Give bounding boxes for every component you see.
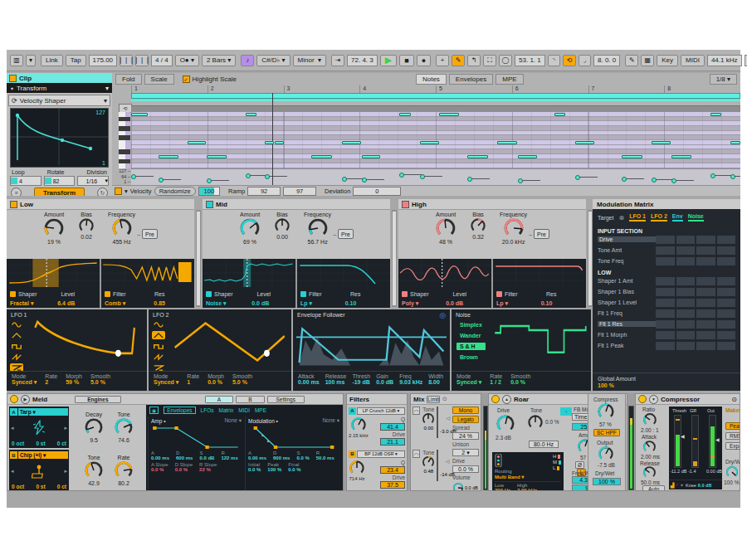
overdub-plus-icon[interactable]: + [436,55,449,66]
engine-prev-arrow[interactable]: ◂ [11,425,14,431]
matrix-cell[interactable] [656,257,675,265]
matrix-source-lfo1[interactable]: LFO 1 [629,213,646,222]
matrix-cell[interactable] [717,299,736,307]
matrix-cell[interactable] [656,309,675,318]
midi-note[interactable] [246,113,256,116]
param-smooth[interactable]: Smooth5.0 % [90,373,110,389]
time-signature-field[interactable]: 4 / 4 [151,55,173,66]
param-attack[interactable]: Attack0.00 ms [298,373,320,389]
metronome-button[interactable]: O● ▾ [175,55,199,66]
note-grid[interactable] [131,112,740,168]
nudge-up-icon[interactable]: ❘❘❘ [135,55,149,66]
session-record-icon[interactable]: ⛶ [483,55,496,66]
matrix-cell[interactable] [717,288,736,296]
matrix-cell[interactable] [656,277,675,285]
knob-dial[interactable] [114,417,134,437]
knob-tone[interactable]: Tone42.9 [84,455,104,486]
matrix-row-label[interactable]: Shaper 1 Amt [598,278,656,284]
loop-brace[interactable] [131,93,740,99]
param-freq[interactable]: Freq9.03 kHz [399,373,422,389]
engine-type-menu[interactable]: Chip (+I) ▾ [18,451,68,459]
filter-type-menu[interactable]: BP 12dB OSR ▾ [357,450,405,458]
preview-icon[interactable]: ▶ [21,395,30,404]
midi-note[interactable] [622,155,642,158]
sc-hpf-button[interactable]: SC HPF [593,429,620,436]
velocity-marker[interactable] [730,174,735,179]
level-value[interactable]: 0.0 dB [251,300,269,306]
pre-button[interactable]: Pre [338,229,354,239]
knob-dial[interactable] [274,217,290,234]
tune-value[interactable]: 0 ct [57,441,66,446]
refresh-icon[interactable]: ⟳ [12,97,17,105]
device-on-led[interactable] [10,395,18,403]
velocity-marker[interactable] [159,178,164,183]
param-rate[interactable]: Rate1 [187,373,199,389]
filter-checkbox[interactable] [496,291,502,297]
spread-field[interactable]: 24 % [452,432,479,440]
velocity-marker[interactable] [622,177,627,182]
q-field[interactable]: 41.4 [380,423,405,431]
scale-key-icon[interactable]: ♪ [241,55,254,66]
mix-tone-knob[interactable]: Tone0.48 [422,450,435,474]
filter-freq-knob[interactable]: 714 Hz [349,460,365,481]
res-value[interactable]: 0.85 [154,300,165,306]
env-param-peak[interactable]: Peak100 % [267,462,281,472]
matrix-cell[interactable] [656,320,675,329]
matrix-cell[interactable] [717,257,736,265]
knob-bias[interactable]: Bias0.32 [470,212,486,240]
meld-tab-settings[interactable]: Settings [267,396,305,403]
phase-invert-button[interactable]: Ø [575,461,584,469]
waveform-icon-3[interactable] [152,353,165,361]
velocity-marker[interactable] [265,174,270,179]
threshold-handle[interactable]: ◀ [681,433,685,439]
loop-length-field[interactable]: 8. 0. 0 [593,55,620,66]
knob-amount[interactable]: Amount69 % [239,212,261,245]
meter-value-gr[interactable]: -1.4 [688,469,696,474]
midi-note[interactable] [652,141,671,144]
tone-slope-icon[interactable]: ◝ [560,407,572,416]
transform-preset-selector[interactable]: ⟳ Velocity Shaper▾ [8,95,110,106]
subtab-matrix[interactable]: Matrix [219,407,234,413]
knob-bias[interactable]: Bias0.00 [274,212,290,240]
meter-value-out[interactable]: 0.00 dB [706,469,722,474]
knob-dial[interactable] [470,217,486,234]
matrix-row-label[interactable]: Tone Freq [598,258,656,264]
knob-dial[interactable] [111,217,133,239]
hot-swap-icon[interactable]: ⊙ [731,396,737,403]
param-rate[interactable]: Rate1 / 2 [490,373,502,389]
knob-dial[interactable] [642,440,657,454]
matrix-cell[interactable] [676,309,696,318]
sidechain-icon[interactable]: ◎ [439,311,446,319]
shaper-graph[interactable]: ShaperLevelFractal ▾6.4 dB [7,259,100,308]
transform-reroll-icon[interactable]: ↻ [97,187,108,196]
midi-note[interactable] [275,141,284,144]
limit-button[interactable]: Limit [427,396,440,403]
tempo-field[interactable]: 175.00 [89,55,117,66]
knob-dial[interactable] [598,446,614,462]
lfo-graph[interactable] [28,316,144,368]
waveform-icon-3[interactable] [10,353,23,361]
waveform-icon-1[interactable] [10,331,23,339]
shaper-checkbox[interactable] [10,291,16,297]
param-smooth[interactable]: Smooth5.0 % [232,373,252,389]
tune-value[interactable]: 0 st [36,441,45,446]
matrix-cell[interactable] [656,288,675,296]
transform-tool-selector[interactable]: ✦Transform▾ [7,83,112,93]
meld-tab-b[interactable]: B [236,396,264,403]
drive-field[interactable]: 37.5 [380,481,405,489]
subtab-lfos[interactable]: LFOs [201,407,214,413]
velocity-marker[interactable] [518,178,523,183]
waveform-icon-0[interactable] [10,320,23,329]
scale-root-menu[interactable]: C#/D♭ ▾ [256,55,290,66]
matrix-source-lfo2[interactable]: LFO 2 [651,213,667,222]
transfer-curve-icon[interactable]: ◜ [676,482,678,488]
matrix-cell[interactable] [696,257,715,265]
knob-dial[interactable] [350,416,367,433]
midi-note[interactable] [399,113,411,116]
knob-frequency[interactable]: Frequency455 Hz [108,212,135,245]
engine-next-arrow[interactable]: ▸ [64,425,67,431]
midi-note[interactable] [311,155,332,158]
activity-view-icon[interactable]: ▟ [671,482,675,488]
env-param-r[interactable]: R122 ms [221,450,237,460]
knob-dial[interactable] [239,217,261,239]
